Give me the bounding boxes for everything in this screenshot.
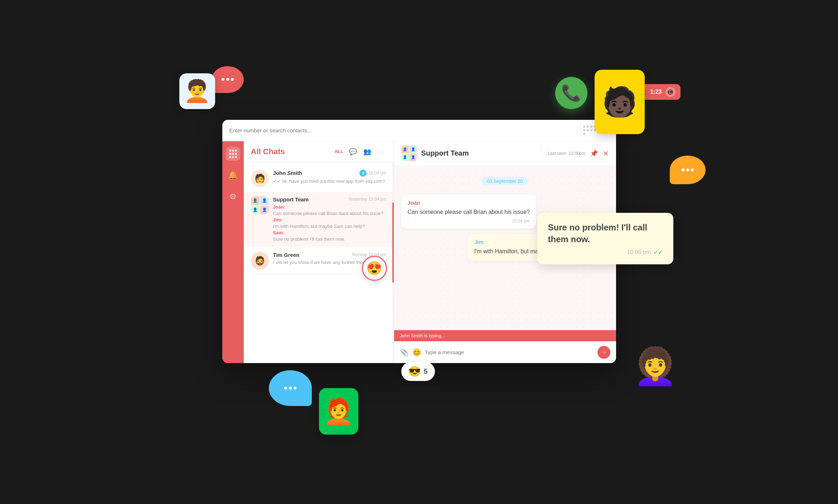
chat-list-panel: All Chats ALL 💬 👥 ⋯ 🧑 John Sm (244, 141, 394, 363)
chat-bubble-blue (269, 370, 312, 406)
dot7 (682, 168, 684, 171)
big-message-check: ✓✓ (653, 249, 663, 256)
chat-time-john: 10:04 pm (368, 171, 386, 176)
unread-badge-john: 2 (359, 170, 367, 177)
chat-window-status: Last seen: 12:00pm (548, 151, 585, 156)
chat-item-support-team[interactable]: 👤 👤 👤 👤 Support Team Yesterday 15:04 pm (244, 192, 394, 248)
close-chat-icon[interactable]: ✕ (603, 149, 609, 158)
chat-name-john: John Smith (273, 170, 302, 176)
nav-settings-icon[interactable]: ⚙ (226, 190, 240, 204)
chat-time-support: Yesterday 15:04 pm (348, 197, 386, 202)
dots-decoration-red (222, 78, 234, 81)
dot4 (284, 387, 287, 390)
chat-item-john-smith[interactable]: 🧑 John Smith 2 10:04 pm ✓✓ (244, 165, 394, 192)
emoji-icon[interactable]: 😊 (412, 348, 421, 357)
chat-list-header: All Chats ALL 💬 👥 ⋯ (244, 141, 394, 162)
filter-group-icon[interactable]: 👥 (362, 147, 372, 157)
call-end-button[interactable]: 📵 (665, 87, 675, 97)
chat-list-title: All Chats (251, 147, 285, 156)
message-input[interactable] (425, 349, 594, 355)
header-divider (541, 148, 542, 159)
chat-item-content-support: Support Team Yesterday 15:04 pm Joan: Ca… (273, 196, 387, 243)
chat-window-info: Support Team (421, 149, 536, 157)
emoji-count: 5 (424, 367, 428, 376)
message-text-joan: Can someone please call Brian about his … (408, 208, 530, 216)
chat-bubble-red (212, 66, 244, 93)
scrollbar-thumb (392, 202, 394, 283)
dot1 (222, 78, 224, 81)
big-message-text: Sure no problem! I'll call them now. (548, 221, 663, 245)
dot9 (691, 168, 694, 171)
message-input-bar: 📎 😊 → (394, 341, 616, 363)
dots-decoration-orange (682, 168, 694, 171)
chat-item-row-john: John Smith 2 10:04 pm (273, 170, 387, 177)
filter-chat-icon[interactable]: 💬 (348, 147, 358, 157)
message-sender-joan: Joan (408, 200, 530, 206)
chat-item-content-john: John Smith 2 10:04 pm ✓✓ Hi, have you tr… (273, 170, 387, 185)
typing-indicator: John Smith is typing... (394, 330, 616, 341)
emoji-reaction-cool: 😎 5 (401, 362, 435, 381)
filter-more-icon[interactable]: ⋯ (377, 147, 387, 157)
search-input[interactable] (229, 127, 570, 133)
search-bar: ↺ (222, 120, 616, 141)
avatar-support-team: 👤 👤 👤 👤 (251, 196, 269, 214)
chat-window-title: Support Team (421, 149, 536, 157)
search-divider (577, 125, 577, 136)
avatar-tim-green: 🧔 (251, 252, 269, 270)
chat-name-tim: Tim Green (273, 252, 300, 258)
big-message-time: 10:06 pm ✓✓ (548, 249, 663, 256)
person-avatar-blonde: 🧑‍🦱 (179, 73, 215, 109)
chat-window-actions: 📌 ✕ (590, 149, 609, 158)
sidebar-nav: 🔔 ⚙ (222, 141, 244, 363)
chat-window-avatar-group: 👤 👤 👤 👤 (401, 146, 417, 161)
message-bubble-joan: Joan Can someone please call Brian about… (401, 195, 537, 229)
scrollbar-track (392, 162, 394, 363)
date-badge: 03 September 20 (481, 177, 529, 186)
grid-icon[interactable] (585, 125, 595, 135)
message-time-joan: 10:04 pm (408, 219, 530, 224)
dot3 (231, 78, 234, 81)
pin-icon[interactable]: 📌 (590, 150, 598, 157)
emoji-reaction-heart[interactable]: 😍 (362, 256, 387, 281)
call-timer: 1:23 (650, 89, 662, 95)
filter-all-button[interactable]: ALL (334, 149, 343, 154)
check-john: ✓✓ (273, 178, 282, 184)
chat-bubble-orange (670, 156, 706, 184)
nav-chats-icon[interactable] (226, 147, 240, 161)
dots-decoration-blue (284, 387, 296, 390)
person-avatar-pinkhair: 🧑‍🦰 (319, 388, 358, 435)
send-button[interactable]: → (597, 346, 610, 359)
phone-call-button[interactable]: 📞 (555, 77, 587, 109)
chat-preview-john: ✓✓ Hi, have you tried out this new app f… (273, 178, 387, 185)
scene: ↺ 🔔 ⚙ All Chats (187, 91, 652, 413)
person-avatar-bluehair: 👩‍🦱 (623, 327, 688, 406)
dot8 (686, 168, 689, 171)
person-avatar-dark: 🧑🏿 (595, 70, 645, 134)
dot5 (289, 387, 292, 390)
attachment-icon[interactable]: 📎 (400, 348, 409, 357)
dot2 (226, 78, 229, 81)
nav-bell-icon[interactable]: 🔔 (226, 168, 240, 182)
chat-name-support: Support Team (273, 196, 309, 202)
date-separator: 03 September 20 (401, 177, 609, 186)
chat-item-row-support: Support Team Yesterday 15:04 pm (273, 196, 387, 202)
dot6 (294, 387, 296, 390)
chat-list-filters: ALL 💬 👥 ⋯ (334, 147, 386, 157)
chat-window-header: 👤 👤 👤 👤 Support Team Last seen: 12:00pm … (394, 141, 616, 166)
chat-preview-support: Joan: Can someone please call Brian back… (273, 204, 387, 243)
big-message-popup: Sure no problem! I'll call them now. 10:… (537, 213, 673, 264)
avatar-john-smith: 🧑 (251, 170, 269, 187)
